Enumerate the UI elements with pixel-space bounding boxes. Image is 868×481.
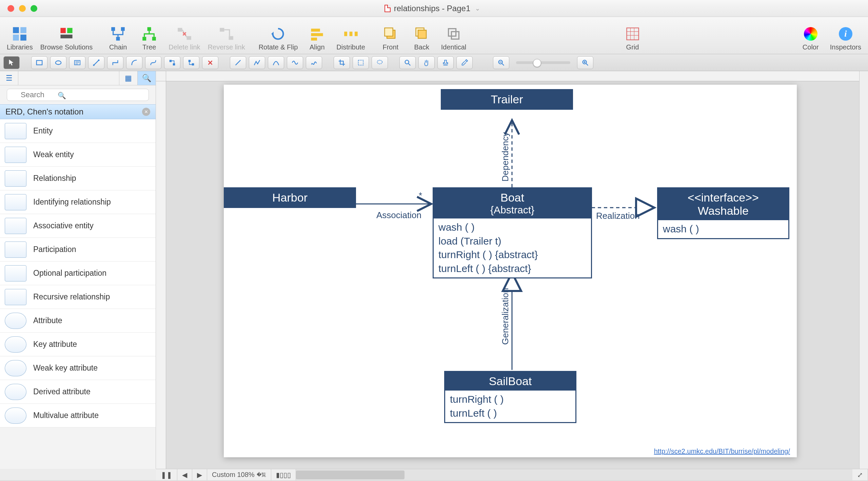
library-section-header[interactable]: ERD, Chen's notation × bbox=[0, 104, 156, 119]
node-harbor[interactable]: Harbor bbox=[224, 187, 356, 208]
zoom-in-button[interactable] bbox=[577, 56, 593, 69]
library-item[interactable]: Participation bbox=[0, 238, 156, 262]
rect-tool[interactable] bbox=[31, 56, 47, 69]
zoom-readout[interactable]: Custom 108% �覧 bbox=[207, 469, 271, 480]
view-mode-segmented[interactable]: ▮▯▯▯ bbox=[271, 469, 296, 480]
page-nav-next-icon[interactable]: ▶ bbox=[192, 469, 207, 480]
title-dropdown-icon[interactable]: ⌄ bbox=[475, 5, 480, 12]
vertical-scrollbar[interactable] bbox=[859, 71, 868, 469]
grid-button[interactable]: Grid bbox=[621, 26, 645, 51]
delete-link-label: Delete link bbox=[169, 43, 200, 51]
svg-rect-9 bbox=[116, 37, 120, 41]
svg-rect-13 bbox=[178, 28, 182, 32]
svg-rect-19 bbox=[311, 38, 317, 41]
select-area-tool[interactable] bbox=[353, 56, 369, 69]
library-item[interactable]: Recursive relationship bbox=[0, 285, 156, 309]
node-washable[interactable]: <<interface>> Washable wash ( ) bbox=[657, 187, 789, 239]
close-section-icon[interactable]: × bbox=[142, 108, 150, 116]
page-nav-prev-icon[interactable]: ◀ bbox=[177, 469, 192, 480]
curve-tool[interactable] bbox=[268, 56, 284, 69]
library-item[interactable]: Weak entity bbox=[0, 143, 156, 167]
tree-button[interactable]: Tree bbox=[137, 26, 161, 51]
svg-point-31 bbox=[56, 61, 61, 64]
label-association-star: * bbox=[419, 190, 422, 201]
library-item-label: Weak key attribute bbox=[33, 363, 98, 373]
rotate-flip-button[interactable]: Rotate & Flip bbox=[259, 26, 298, 51]
library-section-title: ERD, Chen's notation bbox=[5, 107, 83, 117]
sidebar-toggle-icon[interactable]: ☰ bbox=[0, 71, 18, 85]
delete-shape-tool[interactable] bbox=[202, 56, 218, 69]
libraries-button[interactable]: Libraries bbox=[7, 26, 33, 51]
label-generalization: Generalization bbox=[500, 288, 511, 345]
library-item[interactable]: Optional participation bbox=[0, 262, 156, 285]
zoom-window-button[interactable] bbox=[31, 5, 37, 12]
color-button[interactable]: Color bbox=[799, 26, 823, 51]
align-button[interactable]: Align bbox=[305, 26, 329, 51]
page-resize-grip-icon[interactable]: ⤢ bbox=[852, 469, 868, 480]
connector-6-tool[interactable] bbox=[183, 56, 199, 69]
zoom-tool[interactable] bbox=[399, 56, 416, 69]
library-item[interactable]: Relationship bbox=[0, 167, 156, 190]
chain-button[interactable]: Chain bbox=[106, 26, 130, 51]
library-item[interactable]: Key attribute bbox=[0, 333, 156, 356]
svg-rect-39 bbox=[358, 60, 363, 65]
svg-rect-6 bbox=[60, 35, 72, 38]
library-item-label: Relationship bbox=[33, 174, 76, 183]
library-item-label: Attribute bbox=[33, 316, 62, 325]
diagram-page[interactable]: Trailer Harbor Boat {Abstract} wash ( )l… bbox=[224, 85, 797, 457]
node-boat-operations: wash ( )load (Trailer t)turnRight ( ) {a… bbox=[434, 218, 591, 277]
sidebar-grid-view-icon[interactable]: ▦ bbox=[119, 71, 137, 85]
zoom-slider[interactable] bbox=[516, 61, 570, 64]
front-button[interactable]: Front bbox=[379, 26, 402, 51]
horizontal-scrollbar[interactable] bbox=[296, 469, 852, 480]
node-boat[interactable]: Boat {Abstract} wash ( )load (Trailer t)… bbox=[433, 187, 592, 278]
library-item-label: Recursive relationship bbox=[33, 292, 110, 301]
pointer-tool[interactable] bbox=[3, 56, 20, 69]
library-item-thumb bbox=[5, 336, 26, 353]
pan-tool[interactable] bbox=[418, 56, 435, 69]
tree-label: Tree bbox=[142, 43, 156, 51]
spline-tool[interactable] bbox=[287, 56, 303, 69]
zoom-out-button[interactable] bbox=[493, 56, 509, 69]
library-item[interactable]: Weak key attribute bbox=[0, 356, 156, 380]
freeform-tool[interactable] bbox=[306, 56, 322, 69]
text-tool[interactable] bbox=[69, 56, 85, 69]
eyedropper-tool[interactable] bbox=[456, 56, 473, 69]
inspectors-label: Inspectors bbox=[830, 43, 861, 51]
identical-button[interactable]: Identical bbox=[441, 26, 467, 51]
minimize-window-button[interactable] bbox=[19, 5, 26, 12]
back-button[interactable]: Back bbox=[410, 26, 434, 51]
library-search-input[interactable] bbox=[7, 89, 149, 101]
lasso-tool[interactable] bbox=[372, 56, 388, 69]
library-item-label: Key attribute bbox=[33, 340, 77, 349]
inspectors-button[interactable]: i Inspectors bbox=[830, 26, 861, 51]
svg-rect-10 bbox=[147, 27, 151, 31]
page-nav-pause-icon[interactable]: ❚❚ bbox=[156, 469, 177, 480]
connector-5-tool[interactable] bbox=[164, 56, 180, 69]
node-trailer[interactable]: Trailer bbox=[441, 89, 573, 110]
ruler-horizontal bbox=[166, 71, 868, 81]
connector-2-tool[interactable] bbox=[107, 56, 123, 69]
library-item[interactable]: Identifying relationship bbox=[0, 190, 156, 214]
sidebar-search-icon[interactable]: 🔍 bbox=[137, 71, 156, 85]
polyline-tool[interactable] bbox=[249, 56, 265, 69]
library-item[interactable]: Attribute bbox=[0, 309, 156, 333]
connector-4-tool[interactable] bbox=[145, 56, 161, 69]
library-item[interactable]: Associative entity bbox=[0, 214, 156, 238]
connector-1-tool[interactable] bbox=[88, 56, 104, 69]
node-sailboat[interactable]: SailBoat turnRight ( )turnLeft ( ) bbox=[444, 371, 576, 423]
library-item-thumb bbox=[5, 242, 26, 258]
library-item[interactable]: Entity bbox=[0, 119, 156, 143]
library-item[interactable]: Multivalue attribute bbox=[0, 404, 156, 427]
ellipse-tool[interactable] bbox=[50, 56, 66, 69]
browse-solutions-button[interactable]: Browse Solutions bbox=[40, 26, 93, 51]
line-tool[interactable] bbox=[230, 56, 246, 69]
crop-tool[interactable] bbox=[334, 56, 350, 69]
library-item[interactable]: Derived attribute bbox=[0, 380, 156, 404]
stamp-tool[interactable] bbox=[437, 56, 454, 69]
canvas-area[interactable]: Trailer Harbor Boat {Abstract} wash ( )l… bbox=[156, 71, 868, 469]
connector-3-tool[interactable] bbox=[126, 56, 142, 69]
distribute-button[interactable]: Distribute bbox=[336, 26, 365, 51]
close-window-button[interactable] bbox=[7, 5, 14, 12]
diagram-source-link[interactable]: http://sce2.umkc.edu/BIT/burrise/pl/mode… bbox=[654, 447, 790, 455]
